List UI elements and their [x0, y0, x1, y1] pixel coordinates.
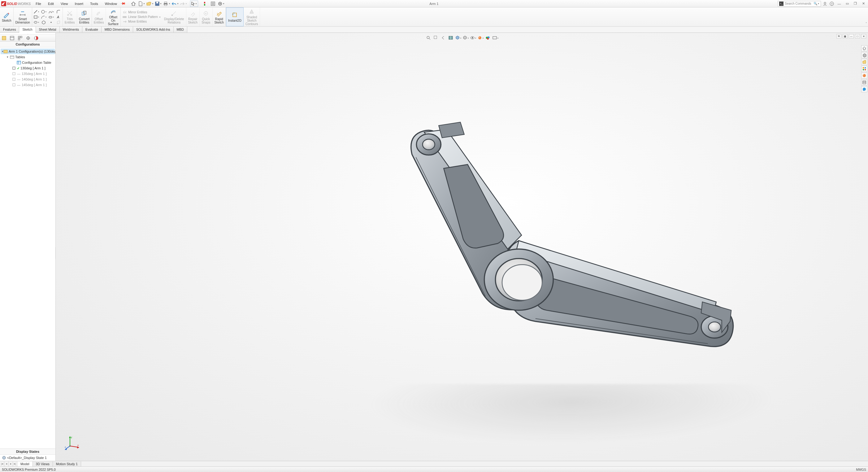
- tree-config-3[interactable]: — 145deg [ Arm 1 ]: [1, 82, 55, 88]
- panel-tab-property[interactable]: [9, 35, 15, 41]
- view-triad[interactable]: y x z: [64, 435, 80, 450]
- move-entities[interactable]: Move Entities: [123, 20, 160, 24]
- polygon-tool[interactable]: [41, 20, 46, 25]
- resources-icon[interactable]: [861, 45, 867, 51]
- zoom-area-icon[interactable]: [432, 35, 439, 41]
- mirror-entities[interactable]: Mirror Entities: [123, 10, 160, 14]
- display-state-item[interactable]: <Default>_Display State 1: [0, 455, 55, 461]
- file-properties-button[interactable]: [209, 1, 217, 7]
- view-orientation-icon[interactable]: ▾: [455, 35, 462, 41]
- pin-icon[interactable]: 📌: [120, 1, 126, 6]
- help-icon[interactable]: ?: [829, 1, 835, 6]
- doc-close-icon[interactable]: ✕: [861, 34, 866, 38]
- section-view-icon[interactable]: [447, 35, 454, 41]
- rectangle-tool[interactable]: ▾: [33, 14, 39, 20]
- tab-solidworks-addins[interactable]: SOLIDWORKS Add-Ins: [133, 27, 174, 32]
- ribbon-instant2d[interactable]: Instant2D: [226, 7, 244, 26]
- forum-icon[interactable]: [861, 86, 867, 92]
- print-button[interactable]: ▼: [163, 1, 171, 7]
- display-style-icon[interactable]: ▾: [462, 35, 469, 41]
- menu-insert[interactable]: Insert: [74, 1, 85, 6]
- custom-props-icon[interactable]: [861, 79, 867, 86]
- minimize-button[interactable]: —: [836, 1, 843, 6]
- text-tool[interactable]: A: [56, 14, 61, 20]
- tab-sketch[interactable]: Sketch: [19, 27, 36, 33]
- ellipse-tool[interactable]: ▾: [33, 20, 39, 25]
- tree-root[interactable]: ▾ Arm 1 Configuration(s) (130deg): [1, 49, 55, 54]
- graphics-viewport[interactable]: ▾ ▾ ▾ ▾ ▾ ⧉ ▦ — □ ✕: [56, 33, 868, 461]
- view-settings-icon[interactable]: ▾: [492, 35, 499, 41]
- line-tool[interactable]: ▾: [33, 9, 39, 14]
- part-model[interactable]: [340, 110, 786, 388]
- ribbon-smart-dimension[interactable]: Smart Dimension: [13, 7, 32, 26]
- panel-tab-display[interactable]: [33, 35, 39, 41]
- file-explorer-icon[interactable]: [861, 59, 867, 65]
- menu-edit[interactable]: Edit: [47, 1, 55, 6]
- maximize-button[interactable]: ▭: [844, 1, 851, 6]
- previous-view-icon[interactable]: [440, 35, 447, 41]
- zoom-fit-icon[interactable]: [425, 35, 432, 41]
- fillet-tool[interactable]: [56, 9, 61, 14]
- menu-view[interactable]: View: [59, 1, 69, 6]
- doc-minimize-icon[interactable]: —: [849, 34, 854, 38]
- tab-mbd-dimensions[interactable]: MBD Dimensions: [101, 27, 133, 32]
- arc-tool[interactable]: ▾: [41, 14, 46, 20]
- tab-sheet-metal[interactable]: Sheet Metal: [36, 27, 60, 32]
- ribbon-sketch[interactable]: Sketch: [0, 7, 13, 26]
- rebuild-button[interactable]: [200, 1, 209, 7]
- undo-button[interactable]: ▼: [171, 1, 179, 7]
- spline-tool[interactable]: ▾: [48, 9, 54, 14]
- edit-appearance-icon[interactable]: ▾: [477, 35, 484, 41]
- svg-marker-88: [77, 446, 79, 448]
- plane-tool[interactable]: [56, 20, 61, 25]
- menu-file[interactable]: File: [34, 1, 42, 6]
- ribbon-rapid-sketch[interactable]: Rapid Sketch: [213, 7, 226, 26]
- select-button[interactable]: ▼: [190, 1, 198, 7]
- document-title: Arm 1: [429, 2, 438, 6]
- user-icon[interactable]: [822, 1, 828, 6]
- panel-tab-configurations[interactable]: [17, 35, 23, 41]
- doc-link-icon[interactable]: ⧉: [836, 34, 841, 38]
- tab-mbd[interactable]: MBD: [174, 27, 187, 32]
- point-tool[interactable]: [48, 20, 54, 25]
- view-palette-icon[interactable]: [861, 66, 867, 72]
- tab-evaluate[interactable]: Evaluate: [82, 27, 101, 32]
- tree-config-table[interactable]: Configuration Table: [1, 60, 55, 65]
- tree-tables[interactable]: ▾ Tables: [1, 54, 55, 60]
- circle-tool[interactable]: ▾: [41, 9, 46, 14]
- sketch-entities-grid: ▾ ▾ ▾ ▾ ▾ ▾ A ▾: [32, 7, 63, 26]
- close-button[interactable]: ✕: [860, 1, 867, 6]
- ribbon-collapse-icon[interactable]: ˆ: [866, 22, 867, 26]
- redo-button[interactable]: ▼: [180, 1, 188, 7]
- panel-tab-feature-tree[interactable]: [1, 35, 7, 41]
- apply-scene-icon[interactable]: [485, 35, 491, 41]
- ribbon-convert-entities[interactable]: Convert Entities: [77, 7, 92, 26]
- svg-line-16: [34, 10, 37, 13]
- tables-folder-icon: [10, 55, 14, 59]
- tab-features[interactable]: Features: [0, 27, 19, 32]
- linear-sketch-pattern[interactable]: Linear Sketch Pattern▾: [123, 15, 160, 19]
- tree-config-0[interactable]: ✓ 130deg [ Arm 1 ]: [1, 65, 55, 71]
- home-button[interactable]: [129, 1, 137, 7]
- save-button[interactable]: ▼: [154, 1, 162, 7]
- options-button[interactable]: ▼: [217, 1, 225, 7]
- tree-config-2[interactable]: — 140deg [ Arm 1 ]: [1, 77, 55, 82]
- hide-show-icon[interactable]: ▾: [470, 35, 476, 41]
- search-commands-input[interactable]: >_ Search Commands 🔍 ▼: [778, 1, 821, 6]
- doc-tile-icon[interactable]: ▦: [843, 34, 847, 38]
- menu-window[interactable]: Window: [104, 1, 118, 6]
- restore-button[interactable]: ❐: [852, 1, 859, 6]
- appearances-icon[interactable]: [861, 72, 867, 79]
- doc-maximize-icon[interactable]: □: [855, 34, 860, 38]
- open-button[interactable]: ▼: [146, 1, 154, 7]
- menu-tools[interactable]: Tools: [89, 1, 99, 6]
- new-button[interactable]: ▼: [138, 1, 146, 7]
- ribbon-offset-on-surface[interactable]: Offset On Surface: [106, 7, 120, 26]
- expand-icon[interactable]: ▾: [7, 55, 10, 59]
- slot-tool[interactable]: ▾: [48, 14, 54, 20]
- search-dropdown-icon[interactable]: ▼: [817, 3, 819, 5]
- panel-tab-dimxpert[interactable]: [25, 35, 31, 41]
- tab-weldments[interactable]: Weldments: [60, 27, 82, 32]
- design-library-icon[interactable]: [861, 52, 867, 58]
- tree-config-1[interactable]: — 135deg [ Arm 1 ]: [1, 71, 55, 77]
